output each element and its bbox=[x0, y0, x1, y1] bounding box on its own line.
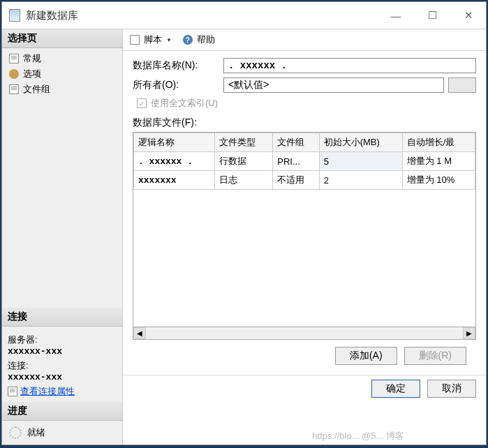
db-files-label: 数据库文件(F): bbox=[133, 117, 476, 129]
window-title: 新建数据库 bbox=[26, 9, 385, 22]
select-page-header: 选择页 bbox=[2, 29, 122, 48]
scroll-left-icon[interactable]: ◀ bbox=[133, 327, 146, 339]
ok-button[interactable]: 确定 bbox=[371, 380, 420, 398]
db-icon bbox=[9, 9, 20, 22]
toolbar: 脚本 ▼ ? 帮助 bbox=[123, 29, 486, 51]
nav-options[interactable]: 选项 bbox=[6, 66, 118, 82]
conn-label: 连接: bbox=[8, 359, 117, 372]
server-value: xxxxxx-xxx bbox=[8, 346, 117, 357]
col-logical-name[interactable]: 逻辑名称 bbox=[134, 133, 215, 152]
close-button[interactable]: ✕ bbox=[458, 8, 479, 22]
maximize-button[interactable]: ☐ bbox=[422, 8, 443, 22]
progress-status: 就绪 bbox=[27, 426, 45, 439]
col-filegroup[interactable]: 文件组 bbox=[273, 133, 319, 152]
dialog-window: 新建数据库 — ☐ ✕ 选择页 常规 选项 文件组 连接 服务器: xxxxxx… bbox=[1, 1, 487, 445]
chevron-down-icon[interactable]: ▼ bbox=[166, 37, 172, 43]
scroll-right-icon[interactable]: ▶ bbox=[463, 327, 475, 339]
col-autogrowth[interactable]: 自动增长/最 bbox=[402, 133, 475, 152]
fulltext-label: 使用全文索引(U) bbox=[151, 97, 218, 110]
col-file-type[interactable]: 文件类型 bbox=[215, 133, 273, 152]
col-initial-size[interactable]: 初始大小(MB) bbox=[319, 133, 402, 152]
files-table[interactable]: 逻辑名称 文件类型 文件组 初始大小(MB) 自动增长/最 . xxxxxx .… bbox=[133, 132, 476, 327]
add-button[interactable]: 添加(A) bbox=[335, 347, 397, 365]
right-panel: 脚本 ▼ ? 帮助 数据库名称(N): 所有者(O): ✓ 使用全文索 bbox=[123, 29, 486, 445]
progress-header: 进度 bbox=[2, 402, 122, 421]
help-button[interactable]: 帮助 bbox=[197, 33, 215, 46]
watermark: https://blo... @5... 博客 bbox=[312, 430, 404, 442]
owner-input[interactable] bbox=[223, 77, 444, 93]
left-panel: 选择页 常规 选项 文件组 连接 服务器: xxxxxx-xxx 连接: xxx… bbox=[2, 29, 123, 445]
owner-browse-button[interactable] bbox=[448, 77, 476, 93]
page-icon bbox=[9, 54, 19, 64]
table-row[interactable]: . xxxxxx . 行数据 PRI... 5 增量为 1 M bbox=[134, 152, 475, 171]
connection-header: 连接 bbox=[2, 308, 122, 327]
fulltext-checkbox: ✓ bbox=[137, 98, 147, 108]
spinner-icon bbox=[9, 426, 22, 439]
db-name-label: 数据库名称(N): bbox=[133, 59, 223, 72]
script-button[interactable]: 脚本 bbox=[144, 33, 162, 46]
help-icon: ? bbox=[183, 35, 193, 45]
script-icon bbox=[130, 35, 140, 45]
minimize-button[interactable]: — bbox=[385, 8, 406, 22]
conn-value: xxxxxx-xxx bbox=[8, 372, 117, 382]
gear-icon bbox=[9, 69, 19, 79]
page-icon bbox=[9, 84, 19, 94]
view-connection-props-link[interactable]: 查看连接属性 bbox=[8, 385, 117, 398]
horizontal-scrollbar[interactable]: ◀ ▶ bbox=[133, 327, 476, 340]
server-label: 服务器: bbox=[8, 334, 117, 346]
table-row[interactable]: xxxxxxx 日志 不适用 2 增量为 10% bbox=[134, 171, 475, 190]
owner-label: 所有者(O): bbox=[133, 79, 223, 91]
titlebar: 新建数据库 — ☐ ✕ bbox=[2, 2, 486, 29]
cancel-button[interactable]: 取消 bbox=[427, 380, 476, 398]
nav-filegroups[interactable]: 文件组 bbox=[6, 82, 118, 97]
remove-button: 删除(R) bbox=[404, 347, 466, 365]
nav-general[interactable]: 常规 bbox=[6, 51, 118, 66]
db-name-input[interactable] bbox=[223, 58, 476, 73]
page-icon bbox=[8, 387, 17, 396]
